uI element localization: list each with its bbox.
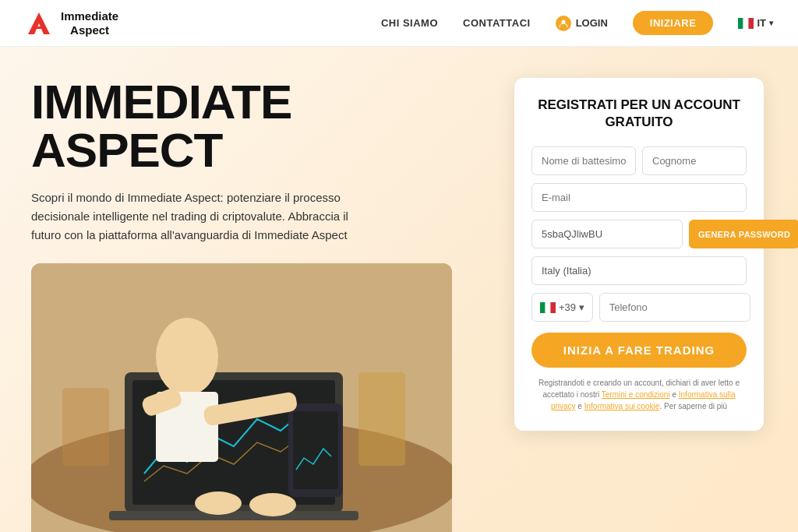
svg-rect-24 [546,302,551,313]
form-title: REGISTRATI PER UN ACCOUNT GRATUITO [531,97,747,131]
svg-rect-4 [743,18,749,29]
phone-country-selector[interactable]: +39 ▾ [531,293,593,322]
lang-selector[interactable]: IT ▾ [738,17,773,29]
genera-password-button[interactable]: GENERA PASSWORD [689,220,798,248]
last-name-input[interactable] [642,146,747,175]
svg-rect-23 [540,302,546,313]
phone-row: +39 ▾ [531,293,747,322]
phone-input[interactable] [599,293,750,322]
navbar: Immediate Aspect CHI SIAMO CONTATTACI LO… [0,0,798,47]
brand-logo [25,9,53,37]
lang-chevron-icon: ▾ [769,19,773,27]
hero-image [31,263,452,532]
hero-section: IMMEDIATE ASPECT Scopri il mondo di Imme… [0,47,798,532]
svg-rect-3 [738,18,743,29]
start-trading-button[interactable]: INIZIA A FARE TRADING [531,333,747,368]
cookie-link[interactable]: Informativa sui cookie [584,402,660,410]
phone-flag-icon [540,302,556,313]
nav-login[interactable]: LOGIN [556,16,608,31]
svg-rect-1 [33,26,45,29]
phone-code-label: +39 ▾ [559,301,584,313]
svg-rect-5 [749,18,754,29]
brand: Immediate Aspect [25,9,118,37]
svg-rect-25 [550,302,556,313]
login-icon [556,16,571,31]
hero-description: Scopri il mondo di Immediate Aspect: pot… [31,188,358,245]
navbar-links: CHI SIAMO CONTATTACI LOGIN INIZIARE IT ▾ [381,11,773,35]
name-row [531,146,747,175]
login-label: LOGIN [576,17,608,29]
form-disclaimer: Registrandoti e creando un account, dich… [531,377,747,412]
nav-contattaci[interactable]: CONTATTACI [463,17,531,29]
italy-flag-icon [738,18,754,29]
brand-name: Immediate Aspect [61,9,118,37]
svg-rect-22 [31,263,452,532]
first-name-input[interactable] [531,146,636,175]
hero-left: IMMEDIATE ASPECT Scopri il mondo di Imme… [31,78,483,532]
iniziare-button[interactable]: INIZIARE [633,11,714,35]
email-input[interactable] [531,183,747,212]
nav-chi-siamo[interactable]: CHI SIAMO [381,17,438,29]
hero-title: IMMEDIATE ASPECT [31,78,483,174]
lang-label: IT [757,17,766,29]
hero-image-background [31,263,452,532]
svg-marker-0 [28,12,50,34]
email-row [531,183,747,212]
hero-illustration [31,263,452,532]
password-input[interactable] [531,220,683,248]
registration-form-card: REGISTRATI PER UN ACCOUNT GRATUITO GENER… [514,78,764,431]
country-select[interactable]: Italy (Italia) [531,256,747,285]
password-row: GENERA PASSWORD [531,220,747,248]
terms-link[interactable]: Termini e condizioni [602,390,670,399]
hero-right: REGISTRATI PER UN ACCOUNT GRATUITO GENER… [514,78,764,431]
